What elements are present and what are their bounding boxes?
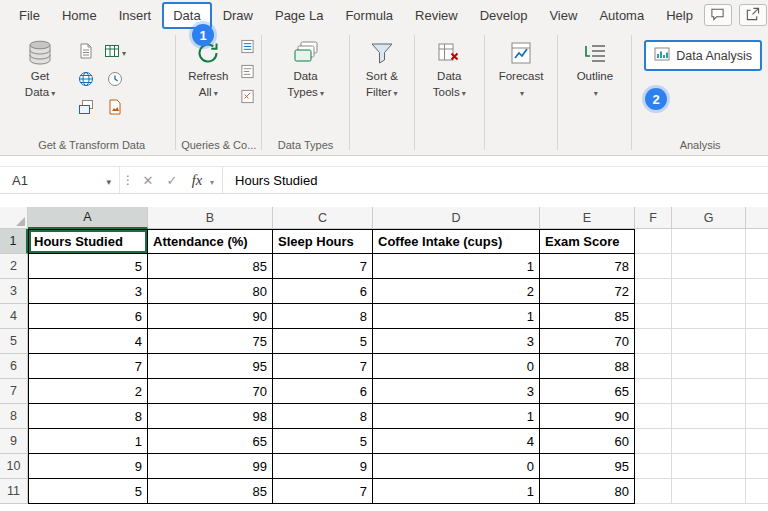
existing-connections-button[interactable] [72, 93, 100, 120]
cell-F5[interactable] [635, 329, 672, 354]
cell-F11[interactable] [635, 479, 672, 504]
cell-D10[interactable]: 0 [373, 454, 540, 479]
cell-G7[interactable] [672, 379, 746, 404]
tab-draw[interactable]: Draw [212, 2, 264, 29]
cell-E9[interactable]: 60 [540, 429, 635, 454]
cell-A5[interactable]: 4 [28, 329, 148, 354]
cell-F3[interactable] [635, 279, 672, 304]
cell-C9[interactable]: 5 [273, 429, 373, 454]
cell-F10[interactable] [635, 454, 672, 479]
cell-C6[interactable]: 7 [273, 354, 373, 379]
cell-D3[interactable]: 2 [373, 279, 540, 304]
cell-C7[interactable]: 6 [273, 379, 373, 404]
tab-view[interactable]: View [538, 2, 588, 29]
cell-E11[interactable]: 80 [540, 479, 635, 504]
cell-A11[interactable]: 5 [28, 479, 148, 504]
cell-E10[interactable]: 95 [540, 454, 635, 479]
cell-E5[interactable]: 70 [540, 329, 635, 354]
row-header-4[interactable]: 4 [0, 304, 28, 329]
cell-B1[interactable]: Attendance (%) [148, 229, 273, 254]
select-all-corner[interactable] [0, 207, 28, 229]
from-web-button[interactable] [72, 65, 100, 92]
cell-C10[interactable]: 9 [273, 454, 373, 479]
tab-help[interactable]: Help [655, 2, 704, 29]
cell-F7[interactable] [635, 379, 672, 404]
column-header-E[interactable]: E [540, 207, 635, 229]
cell-A1[interactable]: Hours Studied [28, 229, 148, 254]
properties-icon[interactable] [240, 64, 255, 83]
cell-A3[interactable]: 3 [28, 279, 148, 304]
data-tools-button[interactable]: Data Tools [423, 35, 475, 103]
cell-E6[interactable]: 88 [540, 354, 635, 379]
forecast-button[interactable]: Forecast [495, 35, 548, 103]
row-header-3[interactable]: 3 [0, 279, 28, 304]
column-header-C[interactable]: C [273, 207, 373, 229]
cell-E1[interactable]: Exam Score [540, 229, 635, 254]
sort-filter-button[interactable]: Sort & Filter [356, 35, 408, 103]
tab-develop[interactable]: Develop [469, 2, 539, 29]
queries-connections-icon[interactable] [240, 39, 255, 58]
cell-F2[interactable] [635, 254, 672, 279]
cell-B9[interactable]: 65 [148, 429, 273, 454]
cell-F9[interactable] [635, 429, 672, 454]
name-box[interactable]: A1 [0, 167, 120, 193]
tab-formula[interactable]: Formula [334, 2, 404, 29]
column-header-G[interactable]: G [672, 207, 746, 229]
from-table-range-button[interactable] [101, 37, 129, 64]
row-header-6[interactable]: 6 [0, 354, 28, 379]
cell-D6[interactable]: 0 [373, 354, 540, 379]
tab-home[interactable]: Home [51, 2, 108, 29]
cell-E3[interactable]: 72 [540, 279, 635, 304]
row-header-9[interactable]: 9 [0, 429, 28, 454]
tab-review[interactable]: Review [404, 2, 469, 29]
row-header-2[interactable]: 2 [0, 254, 28, 279]
cell-D5[interactable]: 3 [373, 329, 540, 354]
cell-A8[interactable]: 8 [28, 404, 148, 429]
cell-G3[interactable] [672, 279, 746, 304]
cell-C11[interactable]: 7 [273, 479, 373, 504]
column-header-F[interactable]: F [635, 207, 672, 229]
cell-B6[interactable]: 95 [148, 354, 273, 379]
cell-G6[interactable] [672, 354, 746, 379]
cell-A6[interactable]: 7 [28, 354, 148, 379]
from-picture-button[interactable] [101, 93, 129, 120]
insert-function-button[interactable]: fx [184, 172, 210, 189]
cell-F6[interactable] [635, 354, 672, 379]
column-header-A[interactable]: A [28, 207, 148, 229]
cell-B4[interactable]: 90 [148, 304, 273, 329]
cell-E7[interactable]: 65 [540, 379, 635, 404]
formula-bar-content[interactable]: Hours Studied [227, 173, 317, 188]
cell-D1[interactable]: Coffee Intake (cups) [373, 229, 540, 254]
tab-insert[interactable]: Insert [108, 2, 163, 29]
column-header-B[interactable]: B [148, 207, 273, 229]
cancel-icon[interactable]: ✕ [136, 173, 160, 188]
cell-G10[interactable] [672, 454, 746, 479]
row-header-5[interactable]: 5 [0, 329, 28, 354]
refresh-all-button[interactable]: Refresh All [182, 35, 234, 103]
recent-sources-button[interactable] [101, 65, 129, 92]
cell-A10[interactable]: 9 [28, 454, 148, 479]
get-data-button[interactable]: Get Data [14, 35, 66, 103]
cell-C3[interactable]: 6 [273, 279, 373, 304]
cell-A9[interactable]: 1 [28, 429, 148, 454]
cell-B2[interactable]: 85 [148, 254, 273, 279]
cell-G9[interactable] [672, 429, 746, 454]
cell-D2[interactable]: 1 [373, 254, 540, 279]
cell-G1[interactable] [672, 229, 746, 254]
cell-D7[interactable]: 3 [373, 379, 540, 404]
row-header-1[interactable]: 1 [0, 229, 28, 254]
cell-F4[interactable] [635, 304, 672, 329]
cell-E2[interactable]: 78 [540, 254, 635, 279]
share-button[interactable] [739, 4, 767, 26]
from-text-csv-button[interactable] [72, 37, 100, 64]
data-analysis-button[interactable]: Data Analysis [644, 40, 762, 71]
namebox-chevron-icon[interactable] [106, 173, 111, 188]
outline-button[interactable]: Outline [569, 35, 621, 103]
cell-F8[interactable] [635, 404, 672, 429]
enter-icon[interactable]: ✓ [160, 173, 184, 188]
cell-A2[interactable]: 5 [28, 254, 148, 279]
column-header-D[interactable]: D [373, 207, 540, 229]
cell-B8[interactable]: 98 [148, 404, 273, 429]
cell-D9[interactable]: 4 [373, 429, 540, 454]
comments-button[interactable] [704, 4, 732, 26]
